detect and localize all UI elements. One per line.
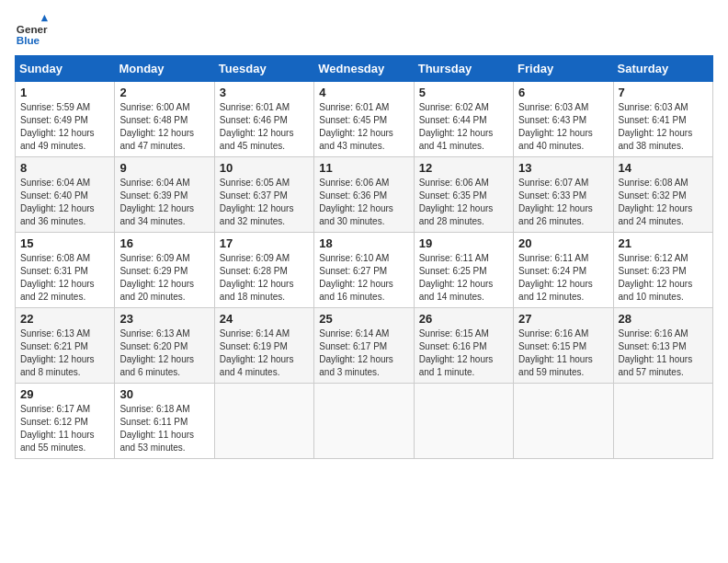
calendar-header-sunday: Sunday <box>16 56 115 82</box>
day-number: 23 <box>119 312 209 326</box>
calendar-week-row: 15 Sunrise: 6:08 AM Sunset: 6:31 PM Dayl… <box>16 233 713 308</box>
day-number: 22 <box>20 312 109 326</box>
calendar-day-cell: 5 Sunrise: 6:02 AM Sunset: 6:44 PM Dayli… <box>414 82 513 157</box>
day-info: Sunrise: 6:13 AM Sunset: 6:21 PM Dayligh… <box>20 327 109 379</box>
day-number: 6 <box>518 86 608 99</box>
day-info: Sunrise: 6:03 AM Sunset: 6:43 PM Dayligh… <box>518 101 608 153</box>
calendar-day-cell: 16 Sunrise: 6:09 AM Sunset: 6:29 PM Dayl… <box>115 233 214 308</box>
day-info: Sunrise: 6:16 AM Sunset: 6:15 PM Dayligh… <box>518 327 608 379</box>
calendar-day-cell: 27 Sunrise: 6:16 AM Sunset: 6:15 PM Dayl… <box>514 308 613 384</box>
calendar-day-cell: 7 Sunrise: 6:03 AM Sunset: 6:41 PM Dayli… <box>613 82 712 157</box>
day-info: Sunrise: 5:59 AM Sunset: 6:49 PM Dayligh… <box>20 101 109 153</box>
calendar-day-cell: 1 Sunrise: 5:59 AM Sunset: 6:49 PM Dayli… <box>16 82 115 157</box>
day-number: 17 <box>220 236 309 250</box>
day-number: 11 <box>319 161 408 175</box>
day-info: Sunrise: 6:18 AM Sunset: 6:11 PM Dayligh… <box>119 403 209 454</box>
day-info: Sunrise: 6:01 AM Sunset: 6:46 PM Dayligh… <box>220 101 309 153</box>
day-number: 10 <box>220 161 309 175</box>
calendar-day-cell: 6 Sunrise: 6:03 AM Sunset: 6:43 PM Dayli… <box>514 82 613 157</box>
day-number: 18 <box>319 236 408 250</box>
calendar-day-cell: 29 Sunrise: 6:17 AM Sunset: 6:12 PM Dayl… <box>16 384 115 459</box>
day-number: 27 <box>518 312 608 326</box>
day-info: Sunrise: 6:06 AM Sunset: 6:36 PM Dayligh… <box>319 177 408 228</box>
calendar-header-saturday: Saturday <box>613 56 712 82</box>
calendar-day-cell: 2 Sunrise: 6:00 AM Sunset: 6:48 PM Dayli… <box>115 82 214 157</box>
day-number: 25 <box>319 312 408 326</box>
day-info: Sunrise: 6:17 AM Sunset: 6:12 PM Dayligh… <box>20 403 109 454</box>
logo: General Blue <box>15 15 48 48</box>
day-info: Sunrise: 6:15 AM Sunset: 6:16 PM Dayligh… <box>419 327 508 379</box>
day-number: 9 <box>119 161 209 175</box>
calendar-week-row: 8 Sunrise: 6:04 AM Sunset: 6:40 PM Dayli… <box>16 157 713 233</box>
calendar-header-row: SundayMondayTuesdayWednesdayThursdayFrid… <box>16 56 713 82</box>
calendar-day-cell: 20 Sunrise: 6:11 AM Sunset: 6:24 PM Dayl… <box>514 233 613 308</box>
calendar-day-cell: 13 Sunrise: 6:07 AM Sunset: 6:33 PM Dayl… <box>514 157 613 233</box>
calendar-day-cell: 26 Sunrise: 6:15 AM Sunset: 6:16 PM Dayl… <box>414 308 513 384</box>
day-number: 5 <box>419 86 508 99</box>
svg-marker-2 <box>41 15 48 21</box>
day-info: Sunrise: 6:01 AM Sunset: 6:45 PM Dayligh… <box>319 101 408 153</box>
svg-text:Blue: Blue <box>17 34 40 46</box>
day-info: Sunrise: 6:13 AM Sunset: 6:20 PM Dayligh… <box>119 327 209 379</box>
day-number: 14 <box>619 161 708 175</box>
calendar-day-cell: 3 Sunrise: 6:01 AM Sunset: 6:46 PM Dayli… <box>214 82 313 157</box>
day-number: 1 <box>20 86 109 99</box>
calendar-day-cell: 19 Sunrise: 6:11 AM Sunset: 6:25 PM Dayl… <box>414 233 513 308</box>
day-info: Sunrise: 6:10 AM Sunset: 6:27 PM Dayligh… <box>319 252 408 304</box>
calendar-day-cell: 25 Sunrise: 6:14 AM Sunset: 6:17 PM Dayl… <box>314 308 414 384</box>
calendar-day-cell: 30 Sunrise: 6:18 AM Sunset: 6:11 PM Dayl… <box>115 384 214 459</box>
calendar-week-row: 22 Sunrise: 6:13 AM Sunset: 6:21 PM Dayl… <box>16 308 713 384</box>
day-info: Sunrise: 6:04 AM Sunset: 6:40 PM Dayligh… <box>20 177 109 228</box>
page-header: General Blue <box>15 15 713 48</box>
calendar-header-monday: Monday <box>115 56 214 82</box>
day-number: 12 <box>419 161 508 175</box>
calendar-day-cell: 11 Sunrise: 6:06 AM Sunset: 6:36 PM Dayl… <box>314 157 414 233</box>
day-info: Sunrise: 6:09 AM Sunset: 6:29 PM Dayligh… <box>119 252 209 304</box>
calendar-header-wednesday: Wednesday <box>314 56 414 82</box>
day-info: Sunrise: 6:09 AM Sunset: 6:28 PM Dayligh… <box>220 252 309 304</box>
day-number: 30 <box>119 387 209 401</box>
logo-icon: General Blue <box>15 15 48 48</box>
day-info: Sunrise: 6:04 AM Sunset: 6:39 PM Dayligh… <box>119 177 209 228</box>
day-info: Sunrise: 6:08 AM Sunset: 6:32 PM Dayligh… <box>619 177 708 228</box>
day-number: 2 <box>119 86 209 99</box>
calendar-day-cell: 23 Sunrise: 6:13 AM Sunset: 6:20 PM Dayl… <box>115 308 214 384</box>
day-info: Sunrise: 6:16 AM Sunset: 6:13 PM Dayligh… <box>619 327 708 379</box>
day-info: Sunrise: 6:11 AM Sunset: 6:24 PM Dayligh… <box>518 252 608 304</box>
calendar-day-cell <box>414 384 513 459</box>
day-info: Sunrise: 6:11 AM Sunset: 6:25 PM Dayligh… <box>419 252 508 304</box>
day-number: 29 <box>20 387 109 401</box>
day-info: Sunrise: 6:06 AM Sunset: 6:35 PM Dayligh… <box>419 177 508 228</box>
calendar-day-cell: 14 Sunrise: 6:08 AM Sunset: 6:32 PM Dayl… <box>613 157 712 233</box>
day-info: Sunrise: 6:03 AM Sunset: 6:41 PM Dayligh… <box>619 101 708 153</box>
calendar-day-cell <box>613 384 712 459</box>
day-info: Sunrise: 6:12 AM Sunset: 6:23 PM Dayligh… <box>619 252 708 304</box>
calendar-day-cell: 18 Sunrise: 6:10 AM Sunset: 6:27 PM Dayl… <box>314 233 414 308</box>
day-number: 24 <box>220 312 309 326</box>
calendar-table: SundayMondayTuesdayWednesdayThursdayFrid… <box>15 55 713 459</box>
day-number: 19 <box>419 236 508 250</box>
calendar-day-cell: 4 Sunrise: 6:01 AM Sunset: 6:45 PM Dayli… <box>314 82 414 157</box>
day-number: 16 <box>119 236 209 250</box>
calendar-week-row: 29 Sunrise: 6:17 AM Sunset: 6:12 PM Dayl… <box>16 384 713 459</box>
day-number: 8 <box>20 161 109 175</box>
calendar-day-cell: 10 Sunrise: 6:05 AM Sunset: 6:37 PM Dayl… <box>214 157 313 233</box>
calendar-day-cell: 21 Sunrise: 6:12 AM Sunset: 6:23 PM Dayl… <box>613 233 712 308</box>
day-number: 13 <box>518 161 608 175</box>
calendar-day-cell <box>214 384 313 459</box>
day-number: 26 <box>419 312 508 326</box>
calendar-day-cell: 9 Sunrise: 6:04 AM Sunset: 6:39 PM Dayli… <box>115 157 214 233</box>
calendar-header-friday: Friday <box>514 56 613 82</box>
day-number: 7 <box>619 86 708 99</box>
calendar-day-cell: 28 Sunrise: 6:16 AM Sunset: 6:13 PM Dayl… <box>613 308 712 384</box>
calendar-week-row: 1 Sunrise: 5:59 AM Sunset: 6:49 PM Dayli… <box>16 82 713 157</box>
calendar-day-cell <box>314 384 414 459</box>
calendar-day-cell: 12 Sunrise: 6:06 AM Sunset: 6:35 PM Dayl… <box>414 157 513 233</box>
calendar-day-cell: 22 Sunrise: 6:13 AM Sunset: 6:21 PM Dayl… <box>16 308 115 384</box>
day-info: Sunrise: 6:02 AM Sunset: 6:44 PM Dayligh… <box>419 101 508 153</box>
calendar-header-tuesday: Tuesday <box>214 56 313 82</box>
calendar-day-cell <box>514 384 613 459</box>
day-number: 20 <box>518 236 608 250</box>
day-number: 4 <box>319 86 408 99</box>
calendar-day-cell: 15 Sunrise: 6:08 AM Sunset: 6:31 PM Dayl… <box>16 233 115 308</box>
